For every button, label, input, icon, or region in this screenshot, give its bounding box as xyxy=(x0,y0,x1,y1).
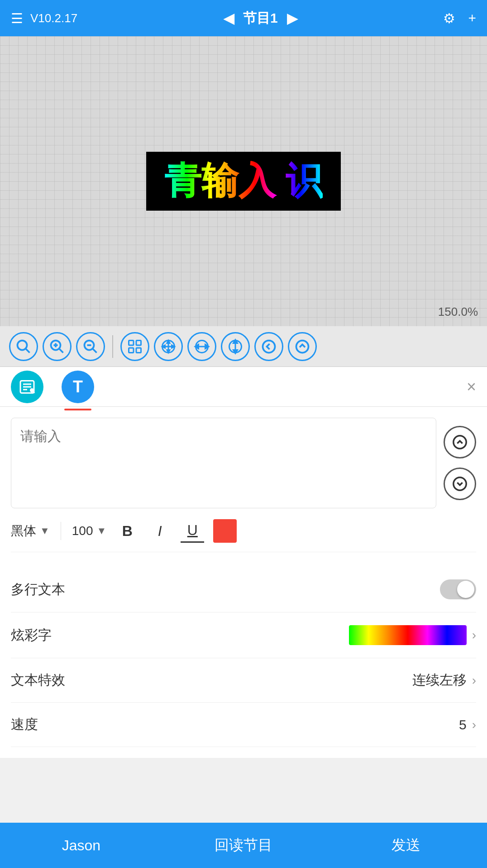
zoom-out-button[interactable] xyxy=(76,332,105,361)
zoom-search-button[interactable] xyxy=(9,332,38,361)
version-label: V10.2.17 xyxy=(30,11,77,25)
multiline-label: 多行文本 xyxy=(11,580,65,599)
size-dropdown-arrow: ▼ xyxy=(97,525,107,537)
grid-button[interactable] xyxy=(120,332,149,361)
send-button[interactable]: 发送 xyxy=(325,823,487,868)
svg-rect-11 xyxy=(129,348,134,353)
tab-bar: T × xyxy=(0,367,487,407)
zoom-in-button[interactable] xyxy=(43,332,72,361)
move-horizontal-button[interactable] xyxy=(187,332,216,361)
multiline-setting-row: 多行文本 xyxy=(11,567,476,612)
font-select[interactable]: 黑体 ▼ xyxy=(11,522,50,540)
settings-icon[interactable]: ⚙ xyxy=(443,10,455,26)
svg-marker-19 xyxy=(172,345,175,348)
rainbow-setting-row: 炫彩字 › xyxy=(11,612,476,658)
rainbow-bar[interactable] xyxy=(349,625,467,645)
speed-chevron[interactable]: › xyxy=(472,718,476,732)
svg-point-0 xyxy=(18,340,27,350)
tab-settings[interactable] xyxy=(11,371,43,403)
led-preview-text: 青输入 识 xyxy=(164,156,323,206)
effect-value: 连续左移 xyxy=(412,671,467,690)
bold-button[interactable]: B xyxy=(115,519,139,543)
font-size-label: 100 xyxy=(72,524,93,538)
tab-text[interactable]: T xyxy=(62,371,94,403)
zoom-level: 150.0% xyxy=(438,305,478,319)
rainbow-chevron[interactable]: › xyxy=(472,628,476,642)
svg-rect-9 xyxy=(129,340,134,345)
rainbow-label: 炫彩字 xyxy=(11,626,52,645)
svg-line-7 xyxy=(93,348,97,352)
font-name-label: 黑体 xyxy=(11,522,36,540)
text-down-button[interactable] xyxy=(444,468,476,500)
text-input-row xyxy=(11,418,476,508)
size-select[interactable]: 100 ▼ xyxy=(72,524,107,538)
multiline-toggle[interactable] xyxy=(440,579,476,599)
menu-icon[interactable]: ☰ xyxy=(11,10,23,26)
underline-button[interactable]: U xyxy=(181,519,204,543)
read-program-button[interactable]: 回读节目 xyxy=(162,823,325,868)
toolbar-divider xyxy=(112,335,113,358)
svg-point-37 xyxy=(454,477,466,490)
italic-button[interactable]: I xyxy=(148,519,172,543)
prev-program-button[interactable]: ◀ xyxy=(224,10,234,26)
effect-chevron[interactable]: › xyxy=(472,673,476,688)
program-nav: ◀ 节目1 ▶ xyxy=(224,9,297,28)
effect-label: 文本特效 xyxy=(11,671,65,690)
tab-close-button[interactable]: × xyxy=(467,377,476,396)
color-picker[interactable] xyxy=(213,519,237,543)
format-divider-1 xyxy=(61,522,61,540)
speed-label: 速度 xyxy=(11,715,38,734)
content-panel: 黑体 ▼ 100 ▼ B I U 多行文本 炫彩字 › 文本特效 xyxy=(0,407,487,758)
svg-marker-18 xyxy=(162,345,165,348)
svg-line-1 xyxy=(26,348,30,352)
text-input[interactable] xyxy=(11,418,436,508)
jason-button[interactable]: Jason xyxy=(0,823,162,868)
svg-rect-10 xyxy=(136,340,141,345)
speed-setting-row: 速度 5 › xyxy=(11,703,476,747)
move-vertical-button[interactable] xyxy=(221,332,250,361)
text-arrows xyxy=(444,418,476,508)
svg-rect-12 xyxy=(136,348,141,353)
format-row: 黑体 ▼ 100 ▼ B I U xyxy=(11,519,476,552)
app-header: ☰ V10.2.17 ◀ 节目1 ▶ ⚙ + xyxy=(0,0,487,36)
svg-marker-16 xyxy=(167,340,170,343)
move-all-button[interactable] xyxy=(154,332,183,361)
font-dropdown-arrow: ▼ xyxy=(40,525,50,537)
effect-setting-row: 文本特效 连续左移 › xyxy=(11,658,476,703)
next-program-button[interactable]: ▶ xyxy=(287,10,297,26)
add-icon[interactable]: + xyxy=(468,10,476,26)
text-up-button[interactable] xyxy=(444,426,476,458)
svg-marker-17 xyxy=(167,350,170,352)
svg-line-3 xyxy=(59,348,63,352)
svg-point-29 xyxy=(296,340,309,352)
svg-point-36 xyxy=(454,436,466,448)
led-preview[interactable]: 青输入 识 xyxy=(146,152,341,211)
canvas-area: 青输入 识 150.0% xyxy=(0,36,487,326)
svg-point-28 xyxy=(263,340,275,352)
arrow-left-button[interactable] xyxy=(254,332,283,361)
program-title: 节目1 xyxy=(243,9,278,28)
speed-value: 5 xyxy=(459,717,467,733)
arrow-up-button[interactable] xyxy=(288,332,317,361)
bottom-bar: Jason 回读节目 发送 xyxy=(0,823,487,868)
toggle-knob xyxy=(457,581,474,598)
toolbar xyxy=(0,326,487,367)
